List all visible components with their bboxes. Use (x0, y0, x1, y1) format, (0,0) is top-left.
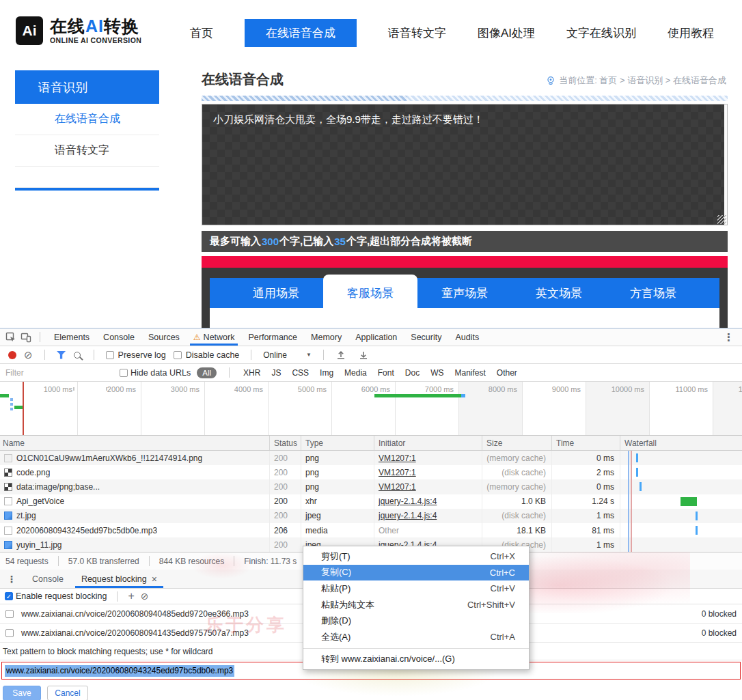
scene-tab-5[interactable]: 方言场景 (606, 278, 700, 308)
remove-all-icon[interactable]: ⊘ (141, 591, 149, 601)
initiator-link[interactable]: jquery-2.1.4.js:4 (379, 496, 437, 506)
preserve-log-checkbox[interactable] (106, 351, 114, 359)
devtools-tab-security[interactable]: Security (404, 328, 448, 346)
nav-item-2[interactable]: 在线语音合成 (245, 19, 357, 47)
initiator-link[interactable]: jquery-2.1.4.js:4 (379, 511, 437, 520)
scene-tab-2[interactable]: 客服场景 (323, 275, 417, 308)
sidebar: 语音识别 在线语音合成语音转文字 (15, 70, 159, 191)
sidebar-item-1[interactable]: 在线语音合成 (15, 104, 159, 135)
column-header-status[interactable]: Status (270, 436, 301, 450)
menu-item-6[interactable]: 全选(A)Ctrl+A (303, 629, 529, 645)
summary-item: 57.0 KB transferred (68, 557, 139, 566)
enable-request-blocking-checkbox[interactable]: ✓ (5, 592, 13, 600)
drawer-more-options-icon[interactable]: ⋮ (0, 574, 23, 585)
devtools-tab-application[interactable]: Application (348, 328, 404, 346)
devtools-tab-audits[interactable]: Audits (448, 328, 486, 346)
resource-icon-img-gray (4, 454, 12, 462)
scene-tab-4[interactable]: 英文场景 (512, 278, 606, 308)
devtools-tab-performance[interactable]: Performance (241, 328, 304, 346)
disable-cache-checkbox[interactable] (174, 351, 182, 359)
initiator-link[interactable]: VM1207:1 (379, 482, 416, 492)
more-options-icon[interactable]: ⋮ (724, 331, 734, 344)
breadcrumb: 当前位置: 首页 > 语音识别 > 在线语音合成 (546, 74, 726, 87)
record-icon[interactable] (8, 351, 16, 359)
column-header-name[interactable]: Name (0, 436, 270, 450)
cell-time: 2 ms (552, 465, 620, 479)
type-filter-img[interactable]: Img (318, 368, 335, 378)
close-icon[interactable]: × (152, 574, 157, 585)
cell-type: png (301, 451, 374, 465)
menu-item-label: 删除(D) (321, 615, 351, 627)
initiator-link[interactable]: VM1207:1 (379, 468, 416, 477)
blocked-row-checkbox[interactable] (5, 610, 14, 618)
overview-blue-tip (461, 394, 465, 397)
device-toolbar-icon[interactable] (20, 332, 31, 343)
devtools-tab-network[interactable]: ⚠Network (187, 328, 242, 346)
scene-tab-1[interactable]: 通用场景 (229, 278, 323, 308)
cell-initiator: jquery-2.1.4.js:4 (374, 509, 482, 523)
divider (44, 350, 45, 360)
devtools-tab-console[interactable]: Console (96, 328, 141, 346)
column-header-waterfall[interactable]: Waterfall (620, 436, 742, 450)
save-button[interactable]: Save (3, 686, 41, 700)
inspect-element-icon[interactable] (5, 332, 16, 343)
clear-icon[interactable]: ⊘ (24, 350, 33, 360)
search-icon[interactable] (74, 352, 81, 359)
nav-item-3[interactable]: 语音转文字 (388, 25, 446, 41)
nav-item-4[interactable]: 图像AI处理 (478, 25, 535, 41)
menu-item-2[interactable]: 复制(C)Ctrl+C (303, 565, 529, 581)
type-filter-other[interactable]: Other (495, 368, 519, 378)
menu-item-7[interactable]: 转到 www.zaixianai.cn/voice/...(G) (303, 652, 529, 668)
drawer-tab-request-blocking[interactable]: Request blocking× (72, 570, 166, 588)
add-pattern-icon[interactable]: + (128, 591, 134, 602)
nav-item-1[interactable]: 首页 (190, 25, 213, 41)
waterfall-tick (636, 468, 638, 477)
filter-funnel-icon[interactable] (57, 351, 66, 359)
speech-text-input[interactable]: 小刀娱乐网清仓大甩卖，全场9.9带走，走过路过不要错过！ (202, 104, 728, 225)
filter-input[interactable] (5, 368, 113, 378)
logo-title-post: 转换 (104, 16, 139, 36)
type-filter-js[interactable]: JS (270, 368, 282, 378)
blocked-row-checkbox[interactable] (5, 629, 14, 637)
type-filter-css[interactable]: CSS (290, 368, 310, 378)
timeline-label: 7000 ms (425, 385, 458, 393)
waterfall-tick (696, 526, 698, 535)
type-filter-doc[interactable]: Doc (404, 368, 421, 378)
textarea-scrollbar[interactable] (724, 104, 727, 225)
devtools-tab-memory[interactable]: Memory (304, 328, 348, 346)
type-filter-manifest[interactable]: Manifest (453, 368, 486, 378)
red-accent-bar (202, 256, 728, 268)
devtools-tab-sources[interactable]: Sources (141, 328, 187, 346)
menu-item-5[interactable]: 删除(D) (303, 613, 529, 629)
menu-item-1[interactable]: 剪切(T)Ctrl+X (303, 548, 529, 565)
throttling-select[interactable]: Online ▼ (263, 350, 312, 360)
type-filter-ws[interactable]: WS (429, 368, 445, 378)
devtools-tab-label: Memory (311, 333, 342, 342)
nav-item-5[interactable]: 文字在线识别 (566, 25, 636, 41)
column-header-type[interactable]: Type (301, 436, 374, 450)
menu-item-3[interactable]: 粘贴(P)Ctrl+V (303, 580, 529, 597)
cell-waterfall (620, 509, 742, 523)
cancel-button[interactable]: Cancel (47, 686, 88, 700)
initiator-link[interactable]: VM1207:1 (379, 453, 416, 463)
sidebar-item-2[interactable]: 语音转文字 (15, 135, 159, 167)
nav-item-6[interactable]: 使用教程 (668, 25, 714, 41)
site-logo[interactable]: Ai 在线AI转换 ONLINE AI CONVERSION (16, 16, 141, 45)
drawer-tab-console[interactable]: Console (23, 570, 72, 588)
hide-data-urls-checkbox[interactable] (120, 369, 128, 377)
type-filter-media[interactable]: Media (343, 368, 368, 378)
scene-tab-3[interactable]: 童声场景 (417, 278, 512, 308)
menu-item-4[interactable]: 粘贴为纯文本Ctrl+Shift+V (303, 597, 529, 613)
type-filter-font[interactable]: Font (376, 368, 396, 378)
timeline[interactable]: 1000 ms2000 ms3000 ms4000 ms5000 ms6000 … (0, 382, 742, 436)
column-header-time[interactable]: Time (552, 436, 620, 450)
devtools-tab-elements[interactable]: Elements (47, 328, 96, 346)
column-header-initiator[interactable]: Initiator (374, 436, 482, 450)
type-filter-xhr[interactable]: XHR (242, 368, 262, 378)
export-har-icon[interactable] (358, 350, 369, 361)
import-har-icon[interactable] (335, 350, 346, 361)
divider (251, 350, 251, 360)
textarea-resize-handle[interactable] (717, 215, 726, 224)
type-filter-all[interactable]: All (197, 367, 217, 378)
column-header-size[interactable]: Size (482, 436, 552, 450)
